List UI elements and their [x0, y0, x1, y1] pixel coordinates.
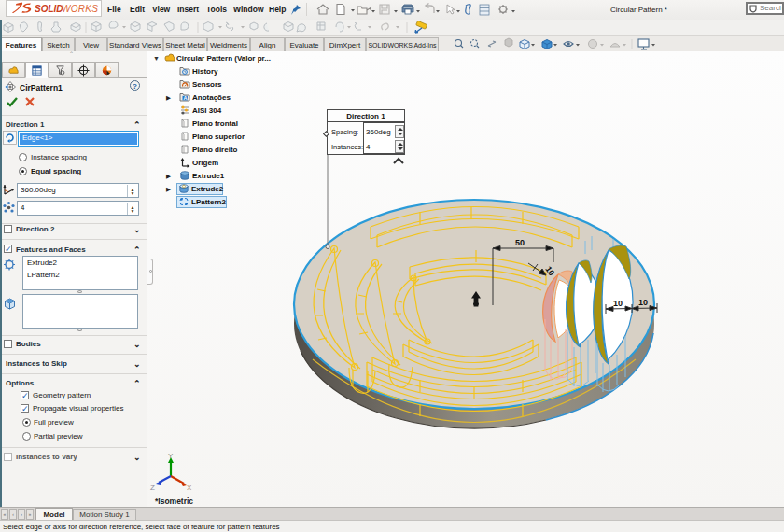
svg-text:Z: Z	[150, 483, 155, 492]
svg-text:10: 10	[638, 298, 648, 307]
svg-text:Y: Y	[168, 452, 174, 460]
svg-text:X: X	[187, 483, 192, 492]
svg-text:SOLID: SOLID	[35, 4, 63, 14]
svg-text:50: 50	[515, 238, 525, 247]
svg-text:WORKS: WORKS	[62, 4, 98, 14]
svg-text:10: 10	[613, 299, 623, 308]
svg-text:A: A	[183, 95, 187, 101]
